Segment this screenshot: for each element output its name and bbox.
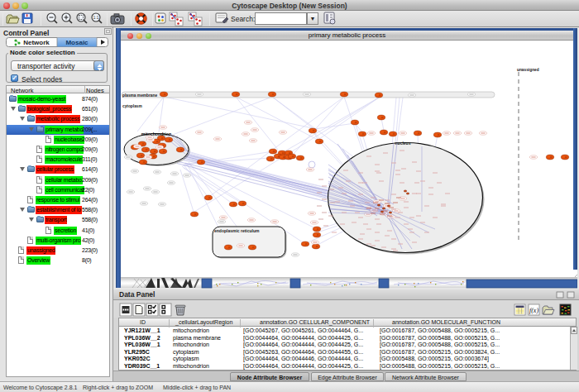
svg-text:unassigned: unassigned (517, 68, 539, 72)
svg-text:mitochondrion: mitochondrion (141, 131, 171, 136)
svg-text:endoplasmic reticulum: endoplasmic reticulum (214, 228, 260, 233)
svg-text:Network: Network (23, 39, 50, 46)
svg-text:1:1: 1:1 (93, 15, 99, 20)
svg-text:plasma membrane: plasma membrane (122, 93, 157, 98)
svg-text:Mosaic: Mosaic (65, 39, 89, 46)
svg-text:cytoplasm: cytoplasm (122, 104, 142, 108)
svg-text:nucleus: nucleus (395, 141, 411, 146)
